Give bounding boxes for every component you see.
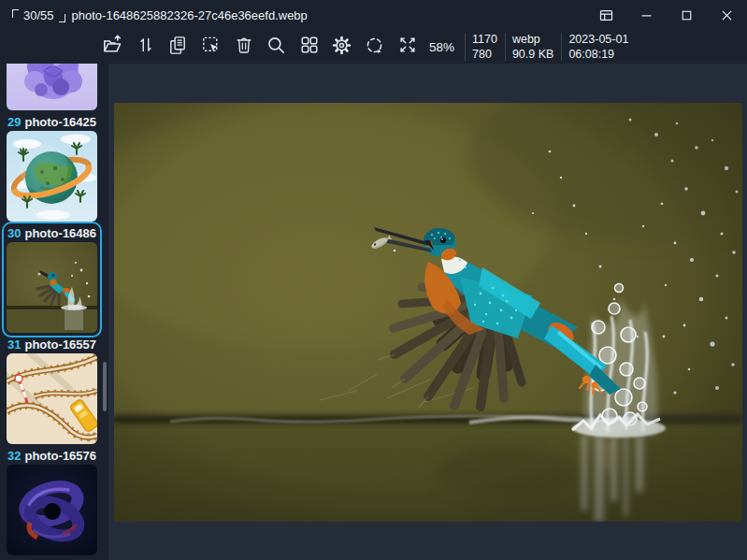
sidebar-scrollbar-thumb[interactable] xyxy=(103,362,107,411)
corner-bracket-close xyxy=(59,14,65,22)
thumbnail-number: 29 xyxy=(7,115,21,129)
corner-bracket-open xyxy=(12,9,19,18)
thumbnail-image-tiny-planet[interactable] xyxy=(7,131,97,222)
thumbnail-number: 30 xyxy=(7,226,21,240)
move-select-icon xyxy=(200,35,222,60)
move-to-button[interactable] xyxy=(199,35,223,59)
thumbnail-name: photo-16486 xyxy=(24,226,96,240)
thumbnail-image-purple-torus[interactable] xyxy=(7,465,97,555)
toolbar: 58% 1170 780 webp 90.9 KB 2023-05-01 06:… xyxy=(0,30,747,64)
folder-open-icon xyxy=(102,34,124,60)
thumbnail-image-kingfisher[interactable] xyxy=(7,242,97,333)
thumbnail-number: 31 xyxy=(7,337,21,352)
app-window: 30/55 photo-1648625882326-27c46e36eefd.w… xyxy=(0,0,747,560)
image-height: 780 xyxy=(472,47,497,62)
image-counter: 30/55 xyxy=(23,8,54,22)
main-content: 29photo-16425 xyxy=(0,64,747,560)
thumbnail-panel: 29photo-16425 xyxy=(0,64,108,560)
thumbnail-item[interactable]: 32photo-16576 xyxy=(7,447,97,555)
fullscreen-icon xyxy=(397,35,418,59)
minimize-icon xyxy=(639,7,654,23)
toggle-panel-button[interactable] xyxy=(586,0,626,30)
close-button[interactable] xyxy=(707,0,747,30)
sort-icon xyxy=(136,35,156,59)
image-width: 1170 xyxy=(472,32,497,47)
thumbnail-label: 30photo-16486 xyxy=(7,224,97,242)
image-time: 06:08:19 xyxy=(568,47,628,62)
thumbnail-item[interactable]: 29photo-16425 xyxy=(7,113,97,222)
image-dimensions: 1170 780 xyxy=(472,32,503,62)
image-filesize: 90.9 KB xyxy=(512,47,553,62)
thumbnail-label: 31photo-16557 xyxy=(7,336,97,353)
magnifier-icon xyxy=(266,35,287,60)
sort-button[interactable] xyxy=(134,35,157,59)
open-folder-button[interactable] xyxy=(101,35,124,59)
gear-icon xyxy=(331,35,352,60)
grid-view-button[interactable] xyxy=(297,35,321,59)
trash-icon xyxy=(234,35,254,59)
thumbnail-image-purple-rose[interactable] xyxy=(7,64,97,110)
image-datetime: 2023-05-01 06:08:19 xyxy=(568,32,634,62)
thumbnail-number: 32 xyxy=(7,449,21,463)
toolbar-separator xyxy=(505,33,506,61)
kingfisher-photo[interactable] xyxy=(114,103,742,522)
grid-icon xyxy=(299,35,320,59)
image-format-size: webp 90.9 KB xyxy=(512,32,559,62)
thumbnail-name: photo-16557 xyxy=(24,337,96,352)
delete-button[interactable] xyxy=(232,35,255,59)
zoom-button[interactable] xyxy=(265,35,288,59)
thumbnail-item[interactable] xyxy=(7,64,97,110)
titlebar: 30/55 photo-1648625882326-27c46e36eefd.w… xyxy=(0,0,747,30)
fullscreen-button[interactable] xyxy=(395,35,419,59)
close-icon xyxy=(719,7,735,23)
slideshow-button[interactable] xyxy=(363,35,386,59)
image-date: 2023-05-01 xyxy=(568,32,628,47)
settings-button[interactable] xyxy=(330,35,353,59)
thumbnail-item-selected[interactable]: 30photo-16486 xyxy=(7,224,97,333)
window-controls xyxy=(586,0,747,30)
thumbnail-label: 29photo-16425 xyxy=(7,113,97,131)
copy-icon xyxy=(167,35,189,60)
thumbnail-list: 29photo-16425 xyxy=(7,64,97,555)
refresh-cycle-icon xyxy=(364,35,385,60)
panel-layout-icon xyxy=(598,7,614,23)
toolbar-separator xyxy=(561,33,562,61)
thumbnail-name: photo-16425 xyxy=(24,115,96,129)
zoom-level: 58% xyxy=(429,40,454,54)
image-viewer[interactable] xyxy=(108,64,747,560)
copy-button[interactable] xyxy=(166,35,190,59)
thumbnail-label: 32photo-16576 xyxy=(7,447,97,465)
maximize-icon xyxy=(679,7,695,23)
filename: photo-1648625882326-27c46e36eefd.webp xyxy=(72,8,308,22)
minimize-button[interactable] xyxy=(626,0,667,30)
thumbnail-item[interactable]: 31photo-16557 xyxy=(7,336,97,444)
thumbnail-name: photo-16576 xyxy=(24,449,96,463)
thumbnail-image-toy-train[interactable] xyxy=(7,353,97,444)
maximize-button[interactable] xyxy=(667,0,707,30)
toolbar-separator xyxy=(465,33,466,61)
window-title: 30/55 photo-1648625882326-27c46e36eefd.w… xyxy=(0,8,308,22)
image-format: webp xyxy=(512,32,553,47)
